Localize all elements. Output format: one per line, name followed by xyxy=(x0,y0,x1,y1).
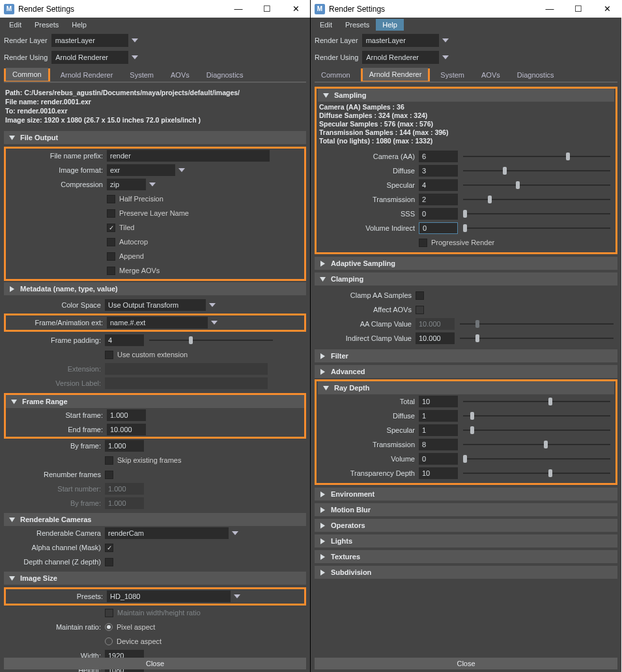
section-advanced[interactable]: Advanced xyxy=(315,365,617,378)
rd-transmission-slider[interactable] xyxy=(463,440,610,449)
section-renderable-cameras[interactable]: Renderable Cameras xyxy=(4,513,306,526)
compression-dropdown[interactable]: zip xyxy=(107,179,146,190)
rd-transmission-input[interactable]: 8 xyxy=(419,439,458,450)
section-adaptive-sampling[interactable]: Adaptive Sampling xyxy=(315,257,617,270)
render-using-dropdown[interactable]: Arnold Renderer xyxy=(362,51,439,64)
rd-transparency-input[interactable]: 10 xyxy=(419,467,458,479)
close-button[interactable]: Close xyxy=(4,658,306,669)
tab-diagnostics[interactable]: Diagnostics xyxy=(511,68,561,81)
diffuse-samples-slider[interactable] xyxy=(463,166,610,175)
section-environment[interactable]: Environment xyxy=(315,488,617,501)
tab-system[interactable]: System xyxy=(123,68,160,81)
autocrop-checkbox[interactable] xyxy=(107,238,115,246)
rd-specular-input[interactable]: 1 xyxy=(419,424,458,436)
tab-arnold-renderer[interactable]: Arnold Renderer xyxy=(54,68,120,81)
frame-padding-input[interactable]: 4 xyxy=(105,334,144,346)
tiled-checkbox[interactable] xyxy=(107,224,115,232)
section-operators[interactable]: Operators xyxy=(315,519,617,532)
section-clamping[interactable]: Clamping xyxy=(315,272,617,285)
end-frame-input[interactable]: 10.000 xyxy=(107,424,146,435)
tab-system[interactable]: System xyxy=(434,68,471,81)
device-aspect-radio[interactable] xyxy=(105,637,113,645)
rd-diffuse-input[interactable]: 1 xyxy=(419,410,458,422)
section-lights[interactable]: Lights xyxy=(315,534,617,548)
section-filter[interactable]: Filter xyxy=(315,349,617,362)
close-window-button[interactable]: ✕ xyxy=(593,1,621,18)
frame-animation-ext-dropdown[interactable]: name.#.ext xyxy=(107,317,208,329)
depth-channel-checkbox[interactable] xyxy=(105,558,113,566)
specular-samples-slider[interactable] xyxy=(463,181,610,190)
tab-common[interactable]: Common xyxy=(315,68,357,81)
chevron-down-icon[interactable] xyxy=(230,527,240,540)
menu-presets[interactable]: Presets xyxy=(28,19,65,31)
menu-edit[interactable]: Edit xyxy=(3,19,28,31)
minimize-button[interactable]: — xyxy=(535,1,564,18)
section-textures[interactable]: Textures xyxy=(315,550,617,563)
section-metadata[interactable]: Metadata (name, type, value) xyxy=(4,282,306,295)
rd-total-input[interactable]: 10 xyxy=(419,396,458,407)
alpha-channel-checkbox[interactable] xyxy=(105,544,113,552)
section-sampling[interactable]: Sampling xyxy=(318,89,614,102)
render-layer-dropdown[interactable]: masterLayer xyxy=(362,34,439,47)
render-using-dropdown[interactable]: Arnold Renderer xyxy=(51,51,128,64)
menu-help[interactable]: Help xyxy=(376,19,404,31)
rd-specular-slider[interactable] xyxy=(463,426,610,435)
chevron-down-icon[interactable] xyxy=(440,51,451,64)
section-image-size[interactable]: Image Size xyxy=(4,572,306,585)
transmission-samples-slider[interactable] xyxy=(463,195,610,204)
color-space-dropdown[interactable]: Use Output Transform xyxy=(105,299,206,311)
sss-samples-slider[interactable] xyxy=(463,209,610,218)
camera-aa-slider[interactable] xyxy=(463,152,610,161)
section-ray-depth[interactable]: Ray Depth xyxy=(318,381,614,394)
skip-existing-checkbox[interactable] xyxy=(105,456,113,465)
start-frame-input[interactable]: 1.000 xyxy=(107,409,146,421)
chevron-down-icon[interactable] xyxy=(209,316,219,329)
diffuse-samples-input[interactable]: 3 xyxy=(419,165,458,177)
pixel-aspect-radio[interactable] xyxy=(105,623,113,631)
section-subdivision[interactable]: Subdivision xyxy=(315,566,617,579)
preserve-layer-name-checkbox[interactable] xyxy=(107,209,115,218)
menu-presets[interactable]: Presets xyxy=(339,19,376,31)
rd-transparency-slider[interactable] xyxy=(463,469,610,478)
close-window-button[interactable]: ✕ xyxy=(281,1,310,18)
chevron-down-icon[interactable] xyxy=(177,164,187,177)
chevron-down-icon[interactable] xyxy=(440,34,451,47)
file-name-prefix-input[interactable]: render xyxy=(107,150,270,162)
use-custom-extension-checkbox[interactable] xyxy=(105,351,113,359)
tab-diagnostics[interactable]: Diagnostics xyxy=(200,68,250,81)
chevron-down-icon[interactable] xyxy=(232,590,242,603)
rd-volume-slider[interactable] xyxy=(463,454,610,463)
minimize-button[interactable]: — xyxy=(224,1,253,18)
section-file-output[interactable]: File Output xyxy=(4,131,306,144)
transmission-samples-input[interactable]: 2 xyxy=(419,194,458,205)
maximize-button[interactable]: ☐ xyxy=(253,1,281,18)
merge-aovs-checkbox[interactable] xyxy=(107,267,115,275)
image-size-presets-dropdown[interactable]: HD_1080 xyxy=(107,591,231,602)
clamp-aa-samples-checkbox[interactable] xyxy=(416,291,424,300)
volume-indirect-slider[interactable] xyxy=(463,224,610,233)
section-motion-blur[interactable]: Motion Blur xyxy=(315,503,617,516)
frame-padding-slider[interactable] xyxy=(149,336,273,345)
volume-indirect-input[interactable]: 0 xyxy=(419,222,458,234)
tab-aovs[interactable]: AOVs xyxy=(475,68,507,81)
sss-samples-input[interactable]: 0 xyxy=(419,208,458,220)
chevron-down-icon[interactable] xyxy=(207,299,218,312)
progressive-render-checkbox[interactable] xyxy=(419,239,427,247)
by-frame-input[interactable]: 1.000 xyxy=(105,440,144,452)
indirect-clamp-value-slider[interactable] xyxy=(460,334,614,343)
chevron-down-icon[interactable] xyxy=(130,34,140,47)
half-precision-checkbox[interactable] xyxy=(107,195,115,203)
specular-samples-input[interactable]: 4 xyxy=(419,179,458,191)
append-checkbox[interactable] xyxy=(107,252,115,261)
maintain-wh-checkbox[interactable] xyxy=(105,609,113,617)
rd-diffuse-slider[interactable] xyxy=(463,411,610,420)
rd-total-slider[interactable] xyxy=(463,397,610,406)
renderable-camera-dropdown[interactable]: renderCam xyxy=(105,527,229,539)
renumber-frames-checkbox[interactable] xyxy=(105,471,113,479)
section-frame-range[interactable]: Frame Range xyxy=(6,395,304,408)
render-layer-dropdown[interactable]: masterLayer xyxy=(51,34,128,47)
chevron-down-icon[interactable] xyxy=(147,178,158,191)
menu-help[interactable]: Help xyxy=(65,19,93,31)
image-format-dropdown[interactable]: exr xyxy=(107,164,175,176)
camera-aa-input[interactable]: 6 xyxy=(419,151,458,162)
